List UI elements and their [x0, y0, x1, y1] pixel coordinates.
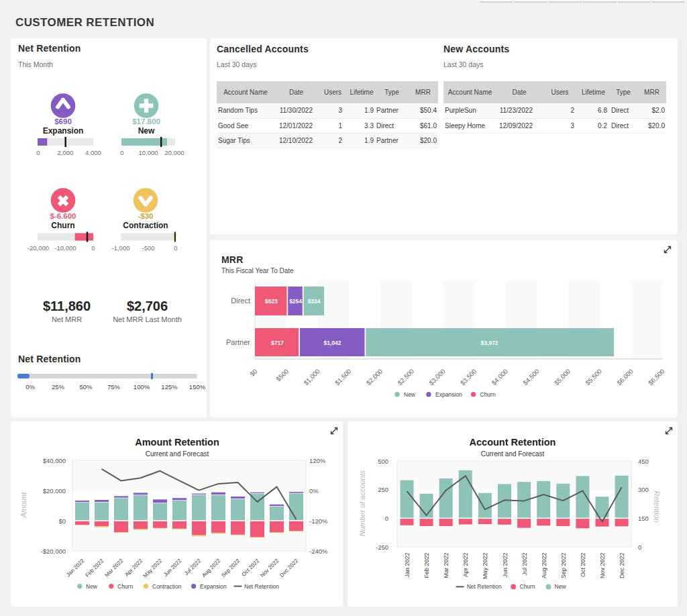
svg-text:Oct 2022: Oct 2022: [241, 558, 261, 578]
svg-text:Sep 2022: Sep 2022: [220, 558, 241, 578]
svg-text:$4,500: $4,500: [521, 368, 541, 387]
svg-text:Dec 2022: Dec 2022: [619, 553, 625, 579]
svg-text:0%: 0%: [309, 487, 319, 495]
svg-text:Sep 2022: Sep 2022: [560, 553, 567, 579]
svg-text:Aug 2022: Aug 2022: [201, 558, 221, 578]
svg-text:-20,000: -20,000: [28, 244, 49, 252]
svg-text:125%: 125%: [161, 383, 178, 391]
svg-text:$523: $523: [265, 298, 278, 305]
svg-text:450: 450: [638, 458, 649, 465]
svg-text:$6,000: $6,000: [615, 368, 635, 387]
svg-text:Nov 2022: Nov 2022: [259, 558, 280, 578]
svg-text:$1,042: $1,042: [324, 340, 341, 346]
svg-text:100%: 100%: [134, 383, 150, 391]
svg-text:Jun 2022: Jun 2022: [502, 553, 509, 578]
svg-text:-$20,000: -$20,000: [40, 548, 66, 555]
svg-text:Apr 2022: Apr 2022: [124, 558, 144, 578]
svg-text:Mar 2022: Mar 2022: [443, 553, 450, 578]
svg-text:0: 0: [91, 244, 95, 252]
svg-text:$1,500: $1,500: [333, 368, 353, 387]
svg-text:Jan 2022: Jan 2022: [404, 553, 411, 578]
svg-text:Partner: Partner: [226, 338, 250, 346]
svg-text:300: 300: [638, 486, 649, 493]
svg-text:$6,500: $6,500: [647, 368, 666, 387]
svg-text:Feb 2022: Feb 2022: [423, 553, 430, 578]
svg-text:$2,000: $2,000: [365, 368, 384, 387]
svg-text:New: New: [404, 391, 416, 398]
svg-text:120%: 120%: [309, 457, 326, 464]
svg-text:$334: $334: [308, 298, 321, 305]
svg-text:Oct 2022: Oct 2022: [580, 553, 586, 578]
svg-text:$5,000: $5,000: [553, 368, 572, 387]
svg-text:$5,500: $5,500: [584, 368, 603, 387]
svg-text:May 2022: May 2022: [482, 553, 488, 580]
svg-text:Amount: Amount: [20, 492, 28, 519]
svg-text:4,000: 4,000: [85, 149, 101, 156]
svg-text:Churn: Churn: [117, 583, 133, 590]
svg-text:Retention: Retention: [653, 491, 661, 522]
svg-text:$1,000: $1,000: [302, 368, 321, 387]
svg-text:500: 500: [378, 458, 388, 465]
svg-text:-500: -500: [142, 244, 154, 252]
svg-text:$3,500: $3,500: [459, 368, 478, 387]
svg-text:0: 0: [174, 244, 177, 252]
svg-text:Feb 2022: Feb 2022: [85, 558, 105, 578]
svg-text:Current and Forecast: Current and Forecast: [146, 450, 209, 458]
svg-text:75%: 75%: [107, 383, 121, 391]
svg-text:2,000: 2,000: [58, 149, 74, 156]
svg-text:10,000: 10,000: [138, 149, 158, 156]
svg-text:0: 0: [385, 515, 388, 522]
svg-text:Account Retention: Account Retention: [470, 437, 556, 448]
svg-text:$3,972: $3,972: [481, 340, 498, 346]
svg-text:25%: 25%: [52, 383, 65, 391]
svg-text:$717: $717: [271, 340, 284, 346]
svg-text:$500: $500: [274, 368, 290, 383]
svg-text:Expansion: Expansion: [435, 391, 462, 398]
svg-text:-$30: -$30: [138, 212, 153, 220]
svg-text:$40,000: $40,000: [43, 457, 66, 464]
svg-text:Nov 2022: Nov 2022: [599, 553, 606, 579]
svg-text:Mar 2022: Mar 2022: [104, 558, 125, 578]
svg-text:Aug 2022: Aug 2022: [541, 553, 547, 579]
svg-text:-1,000: -1,000: [112, 244, 130, 252]
svg-text:Jul 2022: Jul 2022: [521, 553, 528, 576]
svg-text:-240%: -240%: [309, 548, 328, 555]
svg-text:20,000: 20,000: [164, 149, 184, 156]
svg-text:150: 150: [638, 515, 649, 522]
svg-text:0: 0: [638, 544, 641, 551]
svg-text:250: 250: [378, 486, 388, 493]
svg-text:-120%: -120%: [309, 517, 328, 525]
svg-text:Current and Forecast: Current and Forecast: [481, 450, 545, 458]
svg-text:Expansion: Expansion: [200, 583, 227, 590]
svg-text:Jun 2022: Jun 2022: [162, 558, 183, 578]
svg-text:-10,000: -10,000: [54, 244, 76, 252]
svg-text:New: New: [86, 583, 98, 590]
svg-text:Dec 2022: Dec 2022: [278, 558, 299, 578]
svg-text:0%: 0%: [25, 383, 35, 391]
svg-text:Net Retention: Net Retention: [244, 583, 279, 590]
svg-text:150%: 150%: [189, 383, 206, 391]
svg-text:Jul 2022: Jul 2022: [183, 558, 203, 577]
svg-text:Expansion: Expansion: [43, 126, 84, 136]
svg-text:$2,500: $2,500: [396, 368, 415, 387]
svg-text:Jan 2022: Jan 2022: [65, 558, 86, 578]
svg-text:Apr 2022: Apr 2022: [462, 553, 469, 578]
svg-text:0: 0: [120, 149, 123, 156]
svg-text:Number of accounts: Number of accounts: [358, 470, 366, 536]
svg-text:$-6.600: $-6.600: [50, 212, 76, 220]
svg-text:Net Retention: Net Retention: [467, 583, 502, 590]
svg-text:New: New: [138, 126, 155, 136]
svg-text:-250: -250: [376, 544, 388, 551]
svg-text:0: 0: [36, 149, 40, 156]
svg-text:New: New: [555, 583, 567, 590]
svg-text:$0: $0: [58, 517, 66, 525]
svg-text:$254: $254: [289, 298, 302, 305]
svg-text:$4,000: $4,000: [490, 368, 509, 387]
svg-text:50%: 50%: [79, 383, 93, 391]
svg-text:Churn: Churn: [520, 583, 535, 590]
svg-text:May 2022: May 2022: [142, 558, 164, 579]
svg-text:$0: $0: [248, 368, 258, 378]
svg-text:$17.800: $17.800: [132, 117, 160, 125]
svg-text:$690: $690: [54, 117, 72, 125]
svg-text:Contraction: Contraction: [123, 221, 168, 230]
